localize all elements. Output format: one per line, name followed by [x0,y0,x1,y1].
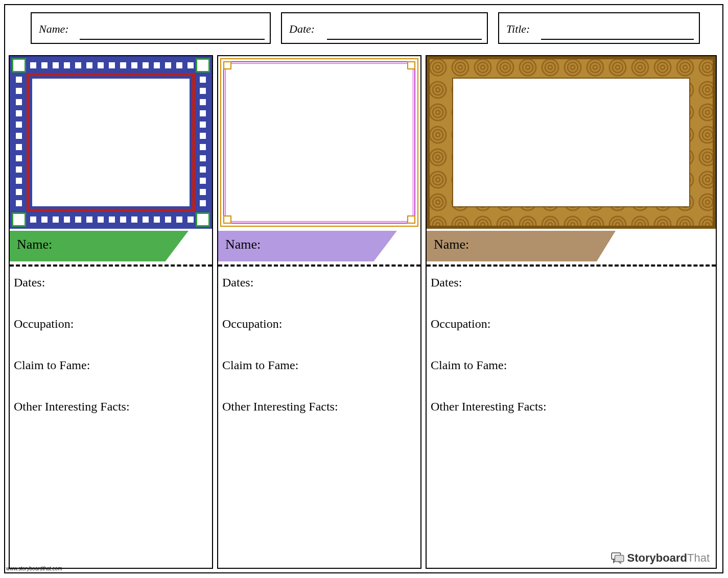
frame-1-dot-icon [200,178,206,184]
frame-1-dot-icon [16,200,22,206]
header-name-box[interactable]: Name: [31,12,271,44]
card-1-info: Dates: Occupation: Claim to Fame: Other … [14,276,208,441]
frame-1-dot-icon [154,216,160,223]
header-name-label: Name: [39,22,69,36]
card-3-banner: Name: [427,229,716,263]
frame-1-dot-icon [41,216,48,223]
frame-1-dot-icon [200,133,206,139]
header-title-line [541,39,694,40]
frame-1-canvas [32,79,190,206]
field-dates[interactable]: Dates: [222,276,416,290]
card-2-name-label: Name: [225,237,261,252]
frame-1-dot-icon [200,77,206,83]
frame-2-corner-icon [407,61,415,69]
frame-1-corner-icon [13,214,25,225]
frame-1-dot-icon [200,99,206,105]
frame-1-dot-icon [16,155,22,161]
frame-1-dot-icon [143,216,149,223]
card-2-image-frame[interactable] [218,56,420,229]
frame-1-dot-icon [53,62,59,68]
frame-1-dot-icon [187,62,194,68]
frame-1-corner-icon [197,214,208,225]
card-3: Name: Dates: Occupation: Claim to Fame: … [426,55,717,569]
frame-1-dot-icon [176,216,182,223]
card-1-divider [10,264,212,267]
frame-1-dot-icon [64,62,70,68]
field-dates[interactable]: Dates: [431,276,712,290]
frame-1-dot-icon [98,216,104,223]
card-1-banner: Name: [10,229,212,263]
frame-1-dot-icon [109,216,115,223]
frame-2-corner-icon [223,215,231,224]
frame-1-dot-icon [200,189,206,195]
frame-1-dot-icon [16,133,22,139]
frame-1-dot-icon [75,216,81,223]
frame-1-dot-icon [75,62,81,68]
brand-text-b: That [687,551,710,564]
frame-1-dot-icon [64,216,70,223]
field-occupation[interactable]: Occupation: [14,317,208,331]
card-2: Name: Dates: Occupation: Claim to Fame: … [217,55,421,569]
frame-1-dot-icon [200,144,206,150]
frame-1-dot-icon [16,144,22,150]
frame-1-dot-icon [16,110,22,116]
field-occupation[interactable]: Occupation: [222,317,416,331]
header-row: Name: Date: Title: [31,12,700,44]
frame-1-dot-icon [176,62,182,68]
header-date-line [327,39,482,40]
brand-text-a: Storyboard [627,551,687,564]
card-1-image-frame[interactable] [10,56,212,229]
card-1-name-label: Name: [17,237,52,252]
speech-bubble-icon [611,552,624,564]
frame-1-dot-icon [41,62,48,68]
header-date-box[interactable]: Date: [281,12,488,44]
frame-1-dot-icon [200,110,206,116]
field-claim-to-fame[interactable]: Claim to Fame: [222,358,416,372]
header-title-label: Title: [506,22,530,36]
frame-1-dot-icon [120,62,126,68]
card-2-divider [218,264,420,267]
frame-1-dot-icon [165,62,171,68]
field-claim-to-fame[interactable]: Claim to Fame: [431,358,712,372]
frame-1-dot-icon [16,88,22,94]
footer-url: www.storyboardthat.com [6,566,62,571]
header-name-line [80,39,265,40]
frame-1-dot-icon [86,216,92,223]
frame-1-dot-icon [53,216,59,223]
frame-1-corner-icon [197,60,208,71]
field-other-facts[interactable]: Other Interesting Facts: [14,400,208,414]
frame-3-canvas [452,78,690,207]
frame-1-dot-icon [16,99,22,105]
header-date-label: Date: [289,22,315,36]
frame-1-dot-icon [16,122,22,128]
card-3-image-frame[interactable] [427,56,716,229]
frame-1-dot-icon [200,155,206,161]
header-title-box[interactable]: Title: [498,12,700,44]
frame-1-dot-icon [86,62,92,68]
frame-1-dot-icon [16,178,22,184]
frame-1-dot-icon [154,62,160,68]
frame-1-dot-icon [98,62,104,68]
frame-1-dot-icon [200,166,206,173]
field-other-facts[interactable]: Other Interesting Facts: [222,400,416,414]
card-2-banner: Name: [218,229,420,263]
frame-1-dot-icon [187,216,194,223]
frame-1-dot-icon [131,216,137,223]
frame-1-dot-icon [200,88,206,94]
frame-2-border [225,63,413,222]
field-claim-to-fame[interactable]: Claim to Fame: [14,358,208,372]
frame-1-dot-icon [120,216,126,223]
field-occupation[interactable]: Occupation: [431,317,712,331]
frame-2-corner-icon [223,61,231,69]
frame-1-dot-icon [16,166,22,173]
frame-1-dot-icon [200,122,206,128]
field-dates[interactable]: Dates: [14,276,208,290]
frame-1-dot-icon [30,216,36,223]
card-columns: Name: Dates: Occupation: Claim to Fame: … [9,55,721,569]
card-1: Name: Dates: Occupation: Claim to Fame: … [9,55,213,569]
frame-1-dot-icon [30,62,36,68]
frame-1-dot-icon [16,77,22,83]
card-3-info: Dates: Occupation: Claim to Fame: Other … [431,276,712,441]
field-other-facts[interactable]: Other Interesting Facts: [431,400,712,414]
frame-2-corner-icon [407,215,415,224]
